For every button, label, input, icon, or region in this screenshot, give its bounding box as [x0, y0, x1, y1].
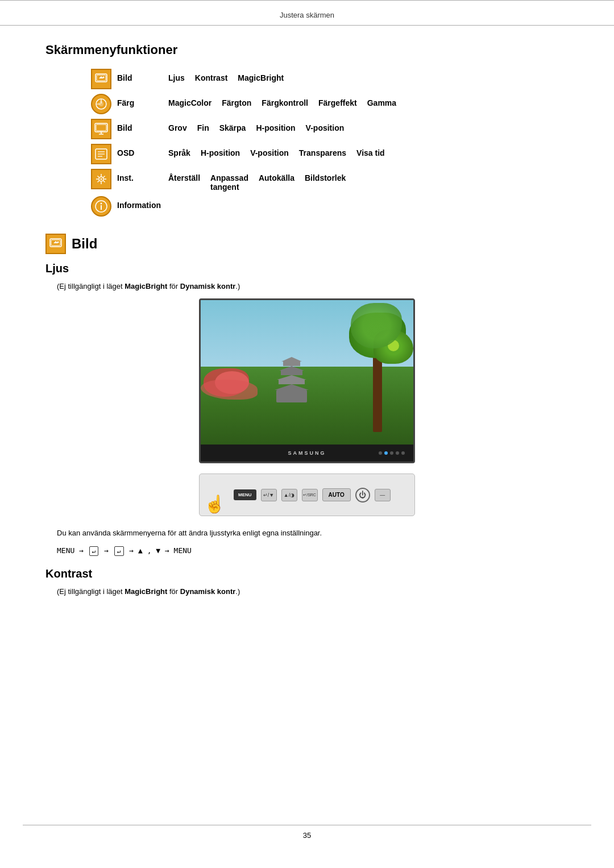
- menu-button: MENU: [234, 489, 256, 500]
- samsung-brand: SAMSUNG: [288, 450, 326, 456]
- icon-farg: [91, 94, 111, 114]
- menu-row-bild2: Bild Grov Fin Skärpa H-position V-positi…: [91, 119, 569, 139]
- menu-row-information: Information: [91, 196, 569, 217]
- svg-point-27: [101, 203, 102, 205]
- controls-bar-inner: ☝ MENU ↵/▼ ▲/◑ ↵/SRC: [199, 474, 415, 516]
- menu-items-farg: MagicColor Färgton Färgkontroll Färgeffe…: [168, 94, 396, 107]
- enter-source-group: ↵/SRC: [302, 489, 318, 501]
- menu-item: Ljus: [168, 73, 185, 82]
- menu-item: Autokälla: [259, 173, 294, 182]
- power-button-group: ⏻: [355, 488, 370, 502]
- icon-bild: [91, 69, 111, 89]
- enter-down-group: ↵/▼: [261, 489, 277, 501]
- menu-row-osd: OSD Språk H-position V-position Transpar…: [91, 144, 569, 164]
- monitor-display: SAMSUNG: [45, 298, 569, 463]
- icon-osd: [91, 144, 111, 164]
- menu-item: H-position: [256, 123, 295, 132]
- garden-scene: [201, 300, 413, 448]
- menu-table: Bild Ljus Kontrast MagicBright Färg Magi…: [91, 69, 569, 217]
- menu-label-farg: Färg: [117, 94, 168, 107]
- menu-label-inst: Inst.: [117, 169, 168, 182]
- nav-icon-enter1: ↵: [89, 546, 99, 556]
- menu-item: Färgton: [222, 98, 251, 107]
- svg-rect-7: [96, 124, 106, 131]
- big-tree: [373, 347, 382, 432]
- kontrast-note: (Ej tillgängligt i läget MagicBright för…: [57, 587, 569, 596]
- svg-point-3: [103, 77, 105, 78]
- menu-item: Grov: [168, 123, 187, 132]
- enter-down-button: ↵/▼: [261, 489, 277, 501]
- menu-item: Språk: [168, 148, 190, 157]
- enter-source-button: ↵/SRC: [302, 489, 318, 501]
- monitor-frame: SAMSUNG: [199, 298, 415, 463]
- minus-button: —: [375, 489, 391, 501]
- ljus-nav: MENU → ↵ → ↵ → ▲ , ▼ → MENU: [57, 546, 557, 556]
- menu-items-inst: Återställ Anpassadtangent Autokälla Bild…: [168, 169, 346, 192]
- ljus-section: Ljus (Ej tillgängligt i läget MagicBrigh…: [45, 262, 569, 556]
- menu-row-bild: Bild Ljus Kontrast MagicBright: [91, 69, 569, 89]
- menu-item: Kontrast: [195, 73, 228, 82]
- menu-button-group: MENU: [234, 489, 256, 500]
- menu-row-farg: Färg MagicColor Färgton Färgkontroll Fär…: [91, 94, 569, 114]
- power-button: ⏻: [355, 488, 370, 502]
- hand-cursor-icon: ☝: [204, 494, 225, 514]
- nav-icon-enter2: ↵: [114, 546, 124, 556]
- controls-bar: ☝ MENU ↵/▼ ▲/◑ ↵/SRC: [45, 474, 569, 516]
- dot-active: [384, 451, 388, 455]
- svg-point-31: [57, 242, 59, 243]
- dot: [390, 451, 393, 455]
- dot: [379, 451, 382, 455]
- menu-item: MagicColor: [168, 98, 211, 107]
- menu-label-bild2: Bild: [117, 119, 168, 132]
- up-bright-button: ▲/◑: [281, 489, 297, 501]
- menu-items-bild2: Grov Fin Skärpa H-position V-position: [168, 119, 344, 132]
- menu-item: Skärpa: [219, 123, 246, 132]
- menu-label-osd: OSD: [117, 144, 168, 157]
- section-main-title: Skärmmenyfunktioner: [45, 43, 569, 57]
- menu-item: V-position: [250, 148, 289, 157]
- bild-title: Bild: [72, 236, 97, 252]
- menu-item: MagicBright: [238, 73, 284, 82]
- menu-item: Färgkontroll: [262, 98, 308, 107]
- monitor-dots: [379, 451, 405, 455]
- svg-line-21: [98, 176, 99, 178]
- icon-info: [91, 196, 111, 217]
- menu-item: Bildstorlek: [305, 173, 346, 182]
- auto-button-group: AUTO: [322, 488, 351, 501]
- svg-line-22: [103, 181, 105, 182]
- menu-row-inst: Inst. Återställ Anpassadtangent Autokäll…: [91, 169, 569, 192]
- monitor-bottom-bar: SAMSUNG: [201, 445, 413, 462]
- ljus-note: (Ej tillgängligt i läget MagicBright för…: [57, 282, 569, 290]
- menu-items-osd: Språk H-position V-position Transparens …: [168, 144, 385, 157]
- bushes: [201, 357, 269, 402]
- menu-item: Transparens: [299, 148, 346, 157]
- menu-label-information: Information: [117, 196, 168, 210]
- bild-heading: Bild: [45, 234, 569, 254]
- kontrast-title: Kontrast: [45, 567, 569, 580]
- pagoda: [275, 357, 309, 402]
- up-bright-group: ▲/◑: [281, 489, 297, 501]
- page-number: 35: [0, 825, 614, 845]
- menu-item: H-position: [201, 148, 240, 157]
- auto-button: AUTO: [322, 488, 351, 501]
- svg-line-23: [103, 176, 105, 178]
- menu-item: Visa tid: [356, 148, 385, 157]
- ljus-description: Du kan använda skärmmenyerna för att änd…: [57, 528, 557, 539]
- dot: [401, 451, 405, 455]
- icon-bild2: [91, 119, 111, 139]
- ljus-title: Ljus: [45, 262, 569, 275]
- icon-inst: [91, 169, 111, 189]
- menu-item: Återställ: [168, 173, 200, 182]
- menu-items-bild: Ljus Kontrast MagicBright: [168, 69, 284, 82]
- minus-button-group: —: [375, 489, 391, 501]
- icon-bild-large: [45, 234, 66, 254]
- menu-item: Anpassadtangent: [210, 173, 248, 192]
- menu-item: Färgeffekt: [318, 98, 357, 107]
- page-header-text: Justera skärmen: [280, 11, 334, 19]
- menu-item: Fin: [197, 123, 209, 132]
- svg-line-24: [98, 181, 99, 182]
- menu-item: Gamma: [367, 98, 396, 107]
- menu-item: V-position: [306, 123, 345, 132]
- menu-label-bild: Bild: [117, 69, 168, 82]
- dot: [396, 451, 399, 455]
